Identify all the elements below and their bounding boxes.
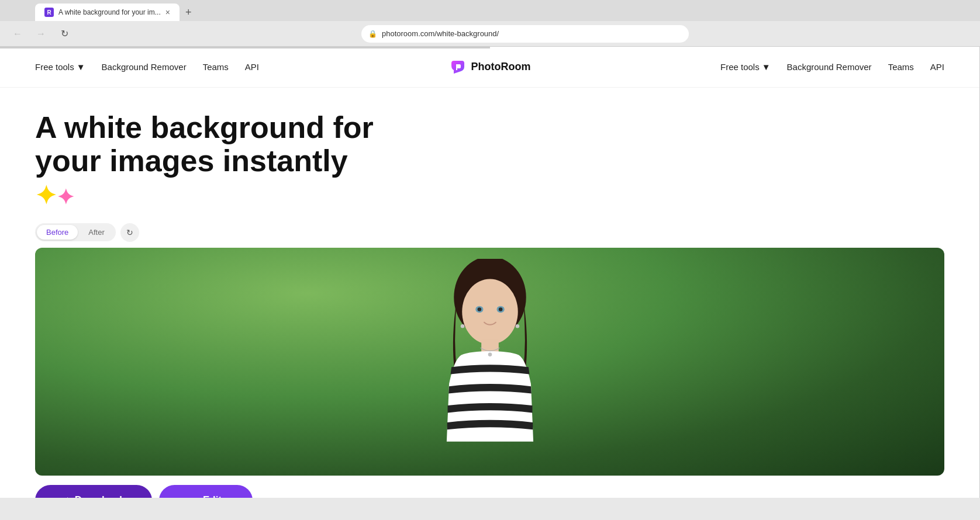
nav-teams-left[interactable]: Teams bbox=[203, 62, 229, 72]
browser-window: R A white background for your im... × + … bbox=[0, 0, 980, 520]
after-btn-left[interactable]: After bbox=[79, 225, 113, 240]
left-page: Free tools ▼ Background Remover Teams AP… bbox=[0, 47, 979, 498]
new-tab-button[interactable]: + bbox=[180, 4, 198, 21]
svg-point-6 bbox=[498, 307, 502, 311]
nav-right-left-page: Free tools ▼ Background Remover Teams AP… bbox=[720, 62, 944, 72]
download-btn-left[interactable]: ↓ Download bbox=[35, 485, 152, 498]
back-button[interactable]: ← bbox=[9, 26, 26, 42]
logo-text: PhotoRoom bbox=[471, 61, 531, 73]
logo[interactable]: PhotoRoom bbox=[449, 58, 531, 76]
download-label-left: Download bbox=[75, 494, 122, 498]
logo-icon bbox=[449, 58, 467, 76]
person-svg-before bbox=[194, 259, 785, 476]
tab-title: A white background for your im... bbox=[58, 8, 161, 16]
edit-icon-left: ✏ bbox=[190, 494, 198, 498]
nav-teams-right[interactable]: Teams bbox=[888, 62, 914, 72]
forward-button[interactable]: → bbox=[33, 26, 49, 42]
url-text: photoroom.com/white-background/ bbox=[382, 29, 499, 38]
refresh-btn-left[interactable]: ↻ bbox=[120, 223, 139, 242]
browser-tab[interactable]: R A white background for your im... × bbox=[35, 4, 180, 21]
reload-button[interactable]: ↻ bbox=[56, 26, 73, 42]
nav-api-left[interactable]: API bbox=[245, 62, 259, 72]
nav-free-tools-right[interactable]: Free tools ▼ bbox=[720, 62, 771, 72]
nav-bg-remover-right[interactable]: Background Remover bbox=[787, 62, 872, 72]
address-input[interactable]: 🔒 photoroom.com/white-background/ bbox=[361, 25, 689, 43]
svg-point-1 bbox=[462, 279, 518, 345]
nav-links-left: Free tools ▼ Background Remover Teams AP… bbox=[35, 62, 259, 72]
tab-favicon: R bbox=[44, 8, 54, 17]
toggle-group-left: Before After bbox=[35, 223, 116, 241]
before-image-left bbox=[35, 248, 944, 476]
edit-label-left: Edit bbox=[203, 494, 222, 498]
tab-close-btn[interactable]: × bbox=[165, 8, 170, 17]
nav-free-tools-left[interactable]: Free tools ▼ bbox=[35, 62, 85, 72]
download-icon-left: ↓ bbox=[65, 494, 70, 498]
before-after-bar-left: Before After ↻ bbox=[0, 223, 979, 242]
hero-left: A white background foryour images instan… bbox=[0, 88, 979, 223]
before-btn-left[interactable]: Before bbox=[37, 225, 78, 240]
address-bar: ← → ↻ 🔒 photoroom.com/white-background/ bbox=[0, 21, 980, 47]
nav-bg-remover-left[interactable]: Background Remover bbox=[102, 62, 187, 72]
lock-icon: 🔒 bbox=[368, 30, 377, 38]
action-buttons-left: ↓ Download ✏ Edit bbox=[0, 485, 979, 498]
svg-point-8 bbox=[460, 324, 464, 328]
pages-container: Free tools ▼ Background Remover Teams AP… bbox=[0, 47, 980, 498]
sparkle-yellow-left: ✦ bbox=[35, 181, 57, 210]
svg-point-7 bbox=[488, 353, 492, 357]
sparkle-pink-left: ✦ bbox=[57, 185, 74, 209]
svg-point-9 bbox=[515, 324, 519, 328]
tab-bar: R A white background for your im... × + bbox=[0, 0, 980, 21]
nav-left: Free tools ▼ Background Remover Teams AP… bbox=[0, 47, 979, 88]
hero-title-left: A white background foryour images instan… bbox=[35, 111, 374, 212]
svg-point-5 bbox=[477, 307, 481, 311]
nav-api-right[interactable]: API bbox=[930, 62, 944, 72]
edit-btn-left[interactable]: ✏ Edit bbox=[159, 485, 253, 498]
scroll-indicator-left bbox=[0, 47, 490, 48]
